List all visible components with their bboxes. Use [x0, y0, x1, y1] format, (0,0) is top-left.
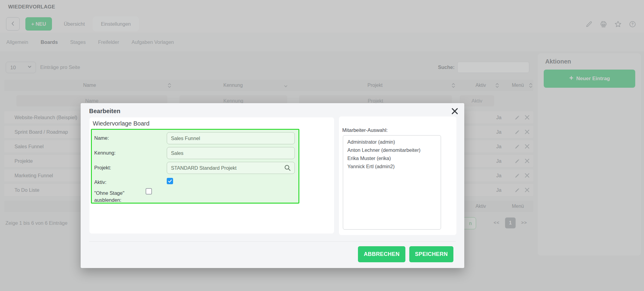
modal-footer-divider	[89, 241, 456, 242]
listbox-option[interactable]: Erika Muster (erika)	[344, 154, 440, 162]
edit-modal: Bearbeiten Wiedervorlage Board Name: Ken…	[81, 103, 464, 268]
highlighted-form-area: Name: Kennung: Projekt: Aktiv:	[91, 129, 299, 204]
aktiv-checkbox[interactable]	[167, 178, 173, 184]
kennung-label: Kennung:	[94, 147, 167, 162]
employee-listbox[interactable]: Administrator (admin) Anton Lechner (dem…	[343, 135, 441, 230]
name-field[interactable]	[167, 132, 295, 144]
ohne-stage-label: "Ohne Stage" ausblenden:	[94, 187, 146, 204]
board-form-card: Wiedervorlage Board Name: Kennung: Proje…	[89, 117, 334, 234]
modal-title: Bearbeiten	[89, 108, 120, 115]
listbox-option[interactable]: Administrator (admin)	[344, 138, 440, 146]
projekt-label: Projekt:	[94, 162, 167, 177]
search-icon[interactable]	[284, 164, 291, 173]
close-icon[interactable]	[449, 106, 460, 116]
name-label: Name:	[94, 132, 167, 147]
form-section-title: Wiedervorlage Board	[93, 120, 150, 127]
employee-selection-card: Mitarbeiter-Auswahl: Administrator (admi…	[339, 116, 456, 235]
aktiv-label: Aktiv:	[94, 177, 167, 187]
listbox-option[interactable]: Yannick Ertl (admin2)	[344, 162, 440, 171]
kennung-field[interactable]	[167, 147, 295, 159]
cancel-button[interactable]: ABBRECHEN	[358, 246, 405, 262]
listbox-option[interactable]: Anton Lechner (demomitarbeiter)	[344, 146, 440, 154]
projekt-field[interactable]	[167, 162, 295, 174]
employee-selection-label: Mitarbeiter-Auswahl:	[342, 127, 388, 133]
ohne-stage-checkbox[interactable]	[146, 188, 152, 195]
save-button[interactable]: SPEICHERN	[409, 246, 453, 262]
